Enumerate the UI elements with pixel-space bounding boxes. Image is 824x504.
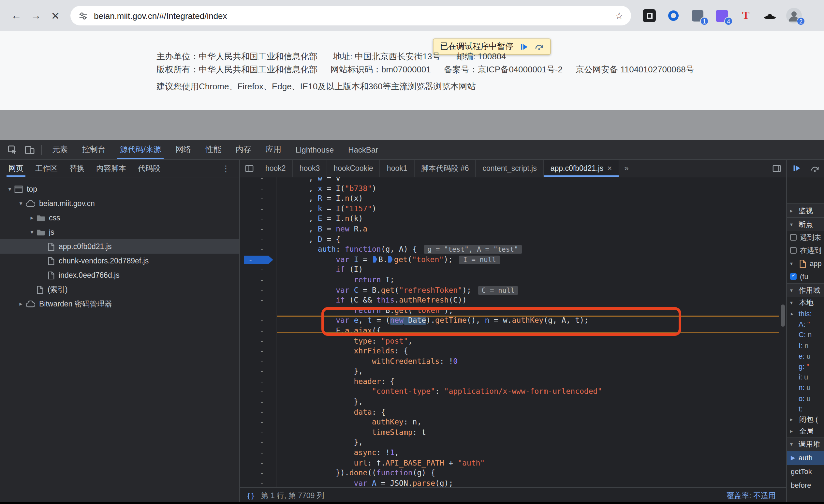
editor-tab-hook2[interactable]: hook2 <box>259 160 293 177</box>
step-over-icon[interactable] <box>534 43 543 50</box>
devtools-tab-源代码/来源[interactable]: 源代码/来源 <box>113 140 169 159</box>
navigator-tab-代码段[interactable]: 代码段 <box>132 160 166 177</box>
close-tab-icon[interactable]: × <box>607 164 612 173</box>
code-line[interactable]: - type: "post", <box>240 336 786 346</box>
code-line[interactable]: - return B.get("token"); <box>240 305 786 316</box>
line-gutter[interactable]: - <box>240 458 277 468</box>
line-gutter[interactable]: - <box>240 468 277 478</box>
devtools-tab-控制台[interactable]: 控制台 <box>75 140 113 159</box>
code-line[interactable]: - "content-type": "application/x-www-for… <box>240 387 786 397</box>
tree-item[interactable]: chunk-vendors.20d789ef.js <box>0 254 239 268</box>
editor-tab-content_script.js[interactable]: content_script.js <box>476 160 544 177</box>
line-gutter[interactable]: - <box>240 356 277 367</box>
code-line[interactable]: - withCredentials: !0 <box>240 356 786 367</box>
scope-section-全局[interactable]: ▸全局 <box>787 426 824 437</box>
code-line[interactable]: - header: { <box>240 377 786 387</box>
line-gutter[interactable]: - <box>240 204 277 214</box>
line-gutter[interactable]: - <box>240 295 277 305</box>
sidebar-section-监视[interactable]: ▸监视 <box>787 203 824 217</box>
stop-button[interactable]: ✕ <box>45 6 65 25</box>
code-editor[interactable]: - , w = v- , x = I("b738")- , R = I.n(x)… <box>240 177 786 487</box>
scope-section-本地[interactable]: ▾本地 <box>787 297 824 308</box>
editor-tab-hookCookie[interactable]: hookCookie <box>327 160 380 177</box>
scope-variable[interactable]: I:n <box>787 340 824 350</box>
code-line[interactable]: - , x = I("b738") <box>240 184 786 194</box>
tab-strip-menu-icon[interactable] <box>240 164 259 173</box>
navigator-tab-内容脚本[interactable]: 内容脚本 <box>90 160 132 177</box>
code-line[interactable]: - timeStamp: t <box>240 428 786 438</box>
toggle-debugger-sidebar-icon[interactable] <box>767 164 786 173</box>
scope-variable[interactable]: i:u <box>787 372 824 382</box>
code-line[interactable]: - url: f.API_BASE_PATH + "auth" <box>240 458 786 468</box>
line-gutter[interactable]: - <box>240 346 277 356</box>
scope-section-闭包 ([interactable]: ▸闭包 ( <box>787 414 824 426</box>
resume-script-icon[interactable] <box>793 164 801 172</box>
line-gutter[interactable]: - <box>240 326 277 336</box>
scope-variable[interactable]: A:" <box>787 319 824 329</box>
code-line[interactable]: - , E = I.n(k) <box>240 214 786 224</box>
devtools-tab-元素[interactable]: 元素 <box>45 140 75 159</box>
code-line[interactable]: - var I = B.get("token");I = null <box>240 255 786 265</box>
resume-script-icon[interactable] <box>520 43 528 51</box>
extension-icon-hat[interactable] <box>762 8 778 23</box>
call-stack-frame[interactable]: getTok <box>787 465 824 479</box>
code-line[interactable]: - if (C && this.authRefresh(C)) <box>240 295 786 305</box>
line-gutter[interactable]: - <box>240 387 277 397</box>
bookmark-star-icon[interactable]: ☆ <box>615 10 623 21</box>
code-line[interactable]: - return I; <box>240 275 786 285</box>
chevron-right-icon[interactable]: ▸ <box>791 311 797 317</box>
code-line[interactable]: - authKey: n, <box>240 418 786 428</box>
breakpoint-option[interactable]: (fu <box>787 270 824 283</box>
code-line[interactable]: - var C = B.get("refreshToken");C = null <box>240 285 786 295</box>
code-line[interactable]: - }).done((function(g) { <box>240 468 786 478</box>
editor-tab-hook3[interactable]: hook3 <box>293 160 327 177</box>
scope-variable[interactable]: t: <box>787 403 824 414</box>
code-line[interactable]: - , w = v <box>240 177 786 184</box>
devtools-tab-HackBar[interactable]: HackBar <box>341 140 385 159</box>
line-gutter[interactable]: - <box>240 184 277 194</box>
line-gutter[interactable]: - <box>240 177 277 184</box>
tree-caret-icon[interactable]: ▾ <box>27 229 36 235</box>
code-line[interactable]: - xhrFields: { <box>240 346 786 356</box>
checkbox[interactable] <box>790 247 797 254</box>
tab-overflow-chevron[interactable]: » <box>619 164 634 173</box>
devtools-tab-Lighthouse[interactable]: Lighthouse <box>289 140 341 159</box>
tree-item[interactable]: ▾beian.miit.gov.cn <box>0 196 239 211</box>
line-gutter[interactable]: - <box>240 194 277 204</box>
call-stack-frame[interactable]: before <box>787 479 824 492</box>
code-line[interactable]: - }, <box>240 367 786 377</box>
navigator-tab-替换[interactable]: 替换 <box>64 160 90 177</box>
navigator-tab-工作区[interactable]: 工作区 <box>29 160 64 177</box>
code-line[interactable]: - var A = JSON.parse(g); <box>240 479 786 487</box>
scope-variable[interactable]: ▸this: <box>787 308 824 319</box>
call-stack-frame[interactable]: ▶auth <box>787 451 824 465</box>
scope-variable[interactable]: e:u <box>787 351 824 361</box>
code-line[interactable]: - , k = I("1157") <box>240 204 786 214</box>
extension-icon-2[interactable] <box>665 8 681 23</box>
tree-item[interactable]: ▸Bitwarden 密码管理器 <box>0 297 239 311</box>
line-gutter[interactable]: - <box>240 285 277 295</box>
tree-item[interactable]: index.0eed766d.js <box>0 268 239 282</box>
devtools-tab-网络[interactable]: 网络 <box>169 140 199 159</box>
url-text[interactable]: beian.miit.gov.cn/#/Integrated/index <box>94 11 609 20</box>
step-over-icon[interactable] <box>810 165 819 172</box>
code-line[interactable]: - data: { <box>240 407 786 417</box>
checkbox[interactable] <box>790 234 797 240</box>
inline-breakpoint-marker[interactable] <box>388 256 393 263</box>
back-button[interactable]: ← <box>6 6 26 25</box>
pretty-print-icon[interactable]: {} <box>246 492 255 500</box>
tree-item[interactable]: app.c0fb0d21.js <box>0 239 239 254</box>
code-line[interactable]: - }, <box>240 438 786 448</box>
coverage-status[interactable]: 覆盖率: 不适用 <box>727 491 780 501</box>
devtools-tab-性能[interactable]: 性能 <box>199 140 228 159</box>
line-gutter[interactable]: - <box>240 479 277 487</box>
line-gutter[interactable]: - <box>240 438 277 448</box>
navigator-tab-网页[interactable]: 网页 <box>3 160 29 177</box>
scope-variable[interactable]: g:" <box>787 361 824 372</box>
checkbox[interactable] <box>790 273 797 280</box>
tree-item[interactable]: (索引) <box>0 282 239 297</box>
forward-button[interactable]: → <box>26 6 45 25</box>
line-gutter[interactable]: - <box>240 214 277 224</box>
line-gutter[interactable]: - <box>240 265 277 275</box>
scope-variable[interactable]: o:u <box>787 393 824 403</box>
